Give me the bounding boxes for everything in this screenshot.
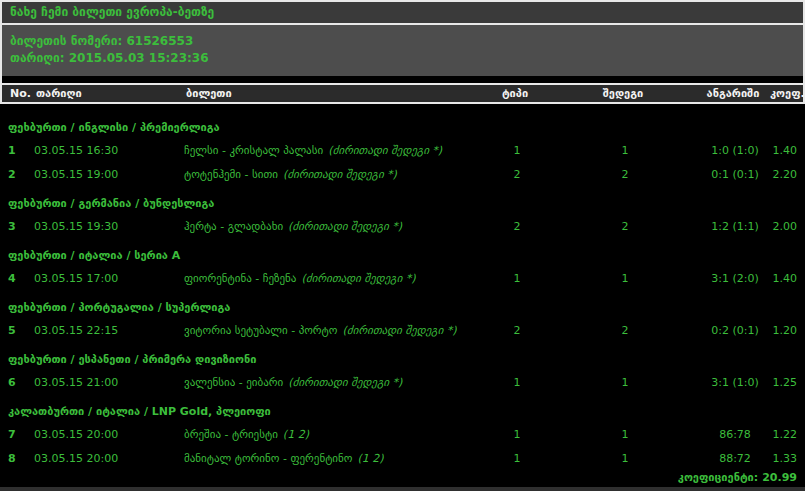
market-label: (ძირითადი შედეგი *) xyxy=(283,168,397,181)
cell-result: 1 xyxy=(552,452,698,465)
bet-row: 8 03.05.15 20:00 მანიტალ ტორინო - ფერენტ… xyxy=(0,446,805,470)
table-header-row: No. თარიღი ბილეთი ტიპი შედეგი ანგარიში კ… xyxy=(2,83,803,104)
market-label: (ძირითადი შედეგი *) xyxy=(328,144,442,157)
cell-ticket: ჰერტა - გლადბახი(ძირითადი შედეგი *) xyxy=(184,220,482,233)
ticket-panel: ნახე ჩემი ბილეთი ევროპა-ბეთზე ბილეთის ნო… xyxy=(0,0,805,104)
cell-no: 6 xyxy=(0,376,34,389)
cell-ticket: ბრეშია - ტრიესტი(1 2) xyxy=(184,428,482,441)
cell-ticket: მანიტალ ტორინო - ფერენტინო(1 2) xyxy=(184,452,482,465)
league-label: ფეხბურთი / პორტუგალია / სუპერლიგა xyxy=(8,301,230,314)
league-label: კალათბურთი / იტალია / LNP Gold, პლეიოფი xyxy=(8,405,271,418)
cell-no: 2 xyxy=(0,168,34,181)
match-name: ბრეშია - ტრიესტი xyxy=(184,428,278,441)
match-name: ვიტორია სეტუბალი - პორტო xyxy=(184,324,337,337)
cell-type: 1 xyxy=(482,272,552,285)
cell-type: 2 xyxy=(482,168,552,181)
cell-coef: 1.22 xyxy=(772,428,805,441)
cell-type: 2 xyxy=(482,324,552,337)
cell-no: 3 xyxy=(0,220,34,233)
cell-result: 1 xyxy=(552,376,698,389)
total-label: კოეფიციენტი: xyxy=(678,471,758,484)
cell-ticket: ტოტენჰემი - სითი(ძირითადი შედეგი *) xyxy=(184,168,482,181)
cell-date: 03.05.15 19:30 xyxy=(34,220,184,233)
bet-row: 7 03.05.15 20:00 ბრეშია - ტრიესტი(1 2) 1… xyxy=(0,422,805,446)
market-label: (ძირითადი შედეგი *) xyxy=(288,376,402,389)
cell-date: 03.05.15 16:30 xyxy=(34,144,184,157)
league-label: ფეხბურთი / ესპანეთი / პრიმერა დივიზიონი xyxy=(8,353,256,366)
match-name: ფიორენტინა - ჩეზენა xyxy=(184,272,296,285)
match-name: ტოტენჰემი - სითი xyxy=(184,168,278,181)
cell-ticket: ვიტორია სეტუბალი - პორტო(ძირითადი შედეგი… xyxy=(184,324,482,337)
cell-coef: 2.20 xyxy=(772,168,805,181)
cell-type: 1 xyxy=(482,452,552,465)
col-result: შედეგი xyxy=(550,87,696,100)
cell-score: 88:72 xyxy=(698,452,772,465)
cell-date: 03.05.15 22:15 xyxy=(34,324,184,337)
cell-date: 03.05.15 19:00 xyxy=(34,168,184,181)
col-date: თარიღი xyxy=(36,87,186,100)
col-no: No. xyxy=(2,87,36,100)
league-label: ფეხბურთი / იტალია / სერია A xyxy=(8,249,180,262)
league-label: ფეხბურთი / გერმანია / ბუნდესლიგა xyxy=(8,197,214,210)
bet-row: 5 03.05.15 22:15 ვიტორია სეტუბალი - პორტ… xyxy=(0,318,805,342)
league-group-header: ფეხბურთი / ინგლისი / პრემიერლიგა xyxy=(0,118,805,138)
cell-score: 1:0 (1:0) xyxy=(698,144,772,157)
page: { "colors": { "accent_green": "#3cbe3c",… xyxy=(0,0,805,491)
cell-result: 2 xyxy=(552,324,698,337)
col-type: ტიპი xyxy=(480,87,550,100)
league-group-header: ფეხბურთი / იტალია / სერია A xyxy=(0,246,805,266)
cell-ticket: ვალენსია - ეიბარი(ძირითადი შედეგი *) xyxy=(184,376,482,389)
cell-coef: 1.25 xyxy=(772,376,805,389)
cell-score: 3:1 (2:0) xyxy=(698,272,772,285)
match-name: ვალენსია - ეიბარი xyxy=(184,376,283,389)
bet-row: 6 03.05.15 21:00 ვალენსია - ეიბარი(ძირით… xyxy=(0,370,805,394)
cell-result: 1 xyxy=(552,428,698,441)
cell-coef: 2.00 xyxy=(772,220,805,233)
cell-score: 1:2 (1:1) xyxy=(698,220,772,233)
cell-type: 1 xyxy=(482,428,552,441)
cell-score: 3:1 (1:0) xyxy=(698,376,772,389)
col-score: ანგარიში xyxy=(696,87,770,100)
total-row: კოეფიციენტი:20.99 xyxy=(0,471,805,484)
match-name: ჩელსი - კრისტალ პალასი xyxy=(184,144,323,157)
cell-result: 2 xyxy=(552,220,698,233)
market-label: (ძირითადი შედეგი *) xyxy=(342,324,456,337)
cell-no: 4 xyxy=(0,272,34,285)
market-label: (1 2) xyxy=(357,452,383,465)
ticket-date-line: თარიღი: 2015.05.03 15:23:36 xyxy=(10,50,795,67)
cell-coef: 1.33 xyxy=(772,452,805,465)
page-title: ნახე ჩემი ბილეთი ევროპა-ბეთზე xyxy=(10,5,214,19)
cell-ticket: ჩელსი - კრისტალ პალასი(ძირითადი შედეგი *… xyxy=(184,144,482,157)
bet-row: 3 03.05.15 19:30 ჰერტა - გლადბახი(ძირითა… xyxy=(0,214,805,238)
league-group-header: კალათბურთი / იტალია / LNP Gold, პლეიოფი xyxy=(0,402,805,422)
cell-type: 1 xyxy=(482,376,552,389)
cell-result: 1 xyxy=(552,272,698,285)
cell-no: 8 xyxy=(0,452,34,465)
league-label: ფეხბურთი / ინგლისი / პრემიერლიგა xyxy=(8,121,220,134)
cell-date: 03.05.15 20:00 xyxy=(34,428,184,441)
cell-type: 1 xyxy=(482,144,552,157)
ticket-body: ფეხბურთი / ინგლისი / პრემიერლიგა 1 03.05… xyxy=(0,104,805,470)
ticket-info-box: ბილეთის ნომერი: 61526553 თარიღი: 2015.05… xyxy=(2,25,803,76)
match-name: მანიტალ ტორინო - ფერენტინო xyxy=(184,452,352,465)
spacer xyxy=(2,76,803,83)
ticket-number-label: ბილეთის ნომერი: xyxy=(10,34,122,48)
cell-score: 0:1 (0:1) xyxy=(698,168,772,181)
league-group-header: ფეხბურთი / ესპანეთი / პრიმერა დივიზიონი xyxy=(0,350,805,370)
total-value: 20.99 xyxy=(762,471,797,484)
col-ticket: ბილეთი xyxy=(186,87,480,100)
cell-ticket: ფიორენტინა - ჩეზენა(ძირითადი შედეგი *) xyxy=(184,272,482,285)
cell-coef: 1.20 xyxy=(772,324,805,337)
cell-no: 5 xyxy=(0,324,34,337)
cell-coef: 1.40 xyxy=(772,272,805,285)
league-group-header: ფეხბურთი / გერმანია / ბუნდესლიგა xyxy=(0,194,805,214)
title-bar: ნახე ჩემი ბილეთი ევროპა-ბეთზე xyxy=(2,2,803,25)
market-label: (1 2) xyxy=(283,428,309,441)
cell-date: 03.05.15 17:00 xyxy=(34,272,184,285)
market-label: (ძირითადი შედეგი *) xyxy=(301,272,415,285)
cell-date: 03.05.15 21:00 xyxy=(34,376,184,389)
bet-row: 4 03.05.15 17:00 ფიორენტინა - ჩეზენა(ძირ… xyxy=(0,266,805,290)
bet-row: 1 03.05.15 16:30 ჩელსი - კრისტალ პალასი(… xyxy=(0,138,805,162)
cell-score: 0:2 (0:1) xyxy=(698,324,772,337)
cell-result: 1 xyxy=(552,144,698,157)
